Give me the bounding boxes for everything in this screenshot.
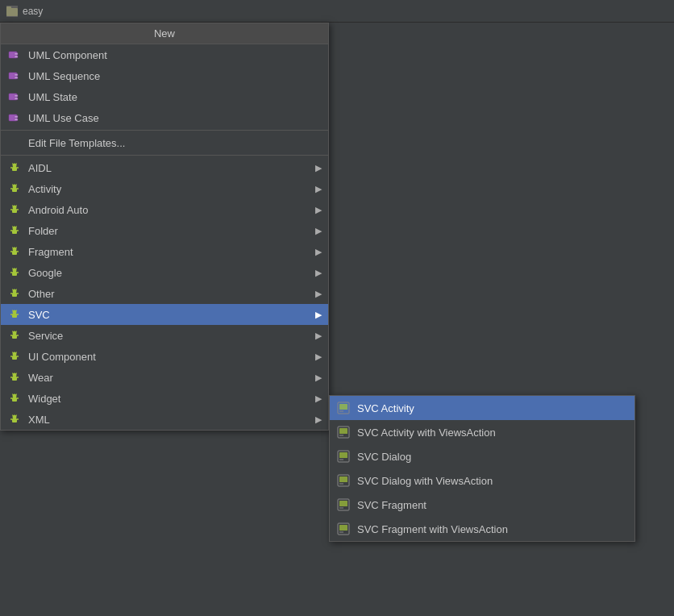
folder-arrow: ▶	[315, 226, 322, 236]
widget-arrow: ▶	[315, 393, 322, 404]
menu-item-xml[interactable]: XML ▶	[1, 409, 328, 430]
svc-activity-viewsaction-label: SVC Activity with ViewsAction	[357, 427, 628, 439]
svc-dialog-label: SVC Dialog	[357, 451, 628, 463]
menu-item-aidl[interactable]: AIDL ▶	[1, 157, 328, 178]
svc-fragment-icon	[336, 497, 351, 512]
android-ui-icon	[7, 349, 22, 364]
svg-line-54	[13, 289, 14, 291]
svg-line-25	[16, 185, 17, 186]
menu-item-uml-state[interactable]: UML State	[1, 86, 328, 107]
svg-rect-10	[15, 98, 18, 100]
svg-rect-51	[12, 293, 17, 297]
menu-item-widget[interactable]: Widget ▶	[1, 388, 328, 409]
android-wear-icon	[7, 370, 22, 385]
separator-2	[1, 155, 328, 156]
other-arrow: ▶	[315, 289, 322, 299]
android-auto-label: Android Auto	[28, 204, 315, 216]
folder-icon	[6, 6, 18, 17]
menu-item-svc[interactable]: SVC ▶	[1, 304, 328, 325]
title-bar-text: easy	[23, 6, 43, 17]
svg-rect-27	[12, 209, 17, 213]
android-service-icon	[7, 328, 22, 343]
android-xml-icon	[7, 412, 22, 427]
svg-rect-105	[339, 501, 347, 506]
svg-line-37	[16, 227, 17, 228]
submenu-item-svc-activity-viewsaction[interactable]: SVC Activity with ViewsAction	[330, 420, 634, 444]
menu-item-other[interactable]: Other ▶	[1, 283, 328, 304]
android-aidl-icon	[7, 160, 22, 175]
menu-item-service[interactable]: Service ▶	[1, 325, 328, 346]
svg-rect-33	[12, 230, 17, 234]
uml-state-label: UML State	[28, 91, 322, 103]
svc-activity-viewsaction-icon	[336, 425, 351, 439]
submenu-item-svc-dialog[interactable]: SVC Dialog	[330, 444, 634, 468]
svg-rect-87	[12, 418, 17, 422]
menu-item-wear[interactable]: Wear ▶	[1, 367, 328, 388]
uml-use-case-icon	[7, 110, 22, 125]
svg-rect-39	[12, 251, 17, 255]
svg-line-72	[13, 352, 14, 354]
svg-line-90	[13, 415, 14, 417]
menu-item-uml-use-case[interactable]: UML Use Case	[1, 107, 328, 128]
android-svc-icon	[7, 307, 22, 322]
svc-dialog-viewsaction-label: SVC Dialog with ViewsAction	[357, 475, 628, 487]
android-google-icon	[7, 265, 22, 280]
menu-item-uml-sequence[interactable]: UML Sequence	[1, 65, 328, 86]
android-activity-icon	[7, 181, 22, 196]
svg-rect-81	[12, 397, 17, 402]
wear-arrow: ▶	[315, 373, 322, 383]
submenu-item-svc-activity[interactable]: SVC Activity	[330, 396, 634, 420]
widget-label: Widget	[28, 393, 315, 405]
submenu-item-svc-fragment[interactable]: SVC Fragment	[330, 493, 634, 517]
svc-label: SVC	[28, 309, 315, 321]
menu-item-ui-component[interactable]: UI Component ▶	[1, 346, 328, 367]
svg-line-49	[16, 268, 17, 270]
uml-sequence-label: UML Sequence	[28, 70, 322, 82]
separator-1	[1, 130, 328, 131]
android-auto-arrow: ▶	[315, 205, 322, 215]
svg-line-78	[13, 373, 14, 375]
uml-use-case-label: UML Use Case	[28, 112, 322, 124]
svg-line-85	[16, 394, 17, 396]
svg-line-73	[16, 352, 17, 354]
svc-activity-label: SVC Activity	[357, 402, 628, 414]
svc-submenu: SVC Activity SVC Activity with ViewsActi…	[329, 395, 635, 542]
svg-rect-4	[15, 56, 18, 58]
other-label: Other	[28, 288, 315, 300]
svg-line-24	[13, 185, 14, 186]
menu-item-folder[interactable]: Folder ▶	[1, 220, 328, 241]
edit-file-templates-icon	[7, 135, 22, 150]
aidl-label: AIDL	[28, 162, 315, 174]
submenu-item-svc-fragment-viewsaction[interactable]: SVC Fragment with ViewsAction	[330, 517, 634, 541]
svg-rect-6	[15, 74, 18, 77]
svg-rect-12	[15, 116, 18, 119]
svg-rect-57	[12, 314, 17, 318]
svg-line-42	[13, 248, 14, 249]
svg-rect-7	[15, 77, 18, 79]
svg-rect-108	[339, 525, 347, 531]
menu-item-fragment[interactable]: Fragment ▶	[1, 241, 328, 262]
svg-line-30	[13, 206, 14, 207]
menu-item-activity[interactable]: Activity ▶	[1, 178, 328, 199]
svc-activity-icon	[336, 401, 351, 415]
svg-line-55	[16, 289, 17, 291]
svg-line-66	[13, 331, 14, 333]
svg-rect-3	[15, 53, 18, 56]
android-fragment-icon	[7, 244, 22, 259]
svc-dialog-viewsaction-icon	[336, 473, 351, 488]
svg-rect-15	[12, 167, 17, 171]
edit-file-templates-label: Edit File Templates...	[28, 137, 322, 149]
uml-state-icon	[7, 89, 22, 104]
svg-line-43	[16, 248, 17, 249]
menu-item-edit-file-templates[interactable]: Edit File Templates...	[1, 132, 328, 153]
menu-item-google[interactable]: Google ▶	[1, 262, 328, 283]
uml-component-icon	[7, 48, 22, 62]
svg-rect-96	[339, 428, 347, 434]
svc-arrow: ▶	[315, 310, 322, 320]
android-other-icon	[7, 286, 22, 301]
menu-item-uml-component[interactable]: UML Component	[1, 44, 328, 65]
uml-sequence-icon	[7, 69, 22, 83]
submenu-item-svc-dialog-viewsaction[interactable]: SVC Dialog with ViewsAction	[330, 468, 634, 493]
menu-item-android-auto[interactable]: Android Auto ▶	[1, 199, 328, 220]
svg-rect-9	[15, 95, 18, 98]
